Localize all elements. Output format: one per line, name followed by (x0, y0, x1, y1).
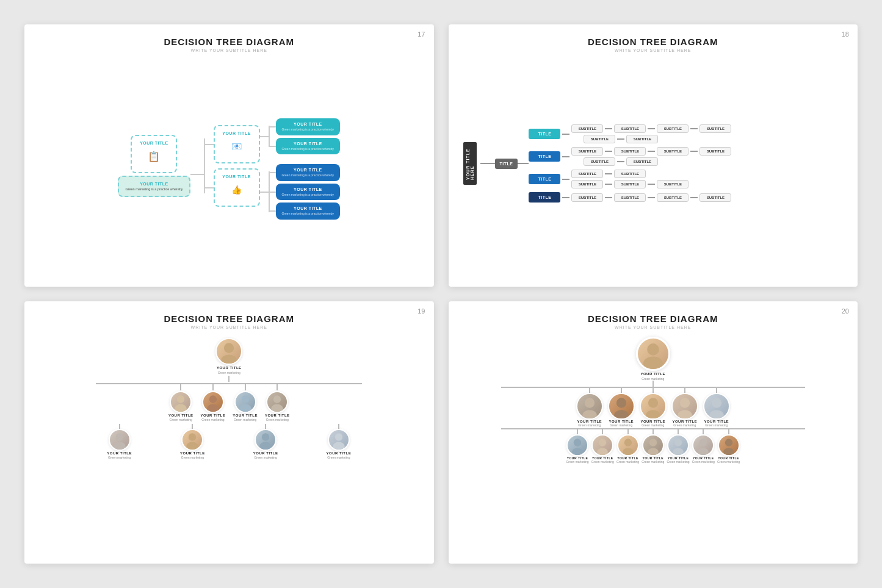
svg-point-19 (643, 356, 663, 369)
svg-point-25 (646, 410, 660, 418)
s1-l2-1: YOUR TITLE 📧 (214, 125, 260, 163)
s4-l2-4-avatar (671, 393, 698, 420)
s4-l3-4-avatar (642, 434, 664, 456)
s3-l2-4-sub: Green marketing (266, 418, 289, 421)
slide-4-number: 20 (842, 307, 849, 315)
svg-point-16 (335, 433, 342, 440)
svg-point-21 (582, 410, 597, 418)
svg-point-34 (624, 439, 631, 446)
slide-1-number: 17 (418, 30, 425, 38)
svg-point-3 (175, 404, 187, 412)
slide-2-number: 18 (842, 30, 849, 38)
svg-point-28 (712, 398, 721, 407)
s4-l2-5-avatar (703, 393, 730, 420)
svg-point-7 (239, 404, 251, 412)
slide-3: 19 DECISION TREE DIAGRAM WRITE YOUR SUBT… (24, 301, 434, 564)
svg-point-1 (222, 354, 237, 364)
svg-point-10 (115, 433, 123, 440)
s2-row-2: TITLE SUBTITLE SUBTITLE SUBTITLE SUBTITL… (529, 147, 843, 166)
svg-point-4 (209, 395, 217, 403)
s3-l3-3-avatar (255, 429, 277, 451)
s1-root-bottom-title: YOUR TITLE (125, 182, 183, 186)
s4-l2-3-avatar (640, 393, 667, 420)
svg-point-14 (262, 433, 269, 440)
svg-point-39 (673, 448, 684, 455)
slide-3-number: 19 (418, 307, 425, 315)
slide-1-title: DECISION TREE DIAGRAM (39, 37, 419, 47)
svg-point-38 (674, 439, 682, 446)
s3-root-person: YOUR TITLE Green marketing (215, 338, 242, 375)
slide-4-content: YOUR TITLE Green marketing YOUR TITLE Gr… (463, 335, 844, 545)
s3-root-sub: Green marketing (218, 371, 240, 375)
svg-point-6 (241, 395, 248, 403)
svg-point-35 (623, 448, 634, 455)
s3-l2-1-avatar (170, 391, 192, 413)
s4-l3-2-avatar (591, 434, 613, 456)
s4-level-3: YOUR TITLE Green marketing YOUR TITLE Gr… (566, 429, 740, 464)
s2-title-3: TITLE (529, 174, 560, 184)
s3-l2-1-name: YOUR TITLE (168, 414, 193, 417)
s4-l2-2-avatar (608, 393, 635, 420)
svg-point-43 (723, 448, 734, 455)
s3-root-avatar (215, 338, 242, 365)
s3-l3-2-avatar (181, 429, 203, 451)
svg-point-22 (616, 398, 626, 407)
slide-1: 17 DECISION TREE DIAGRAM WRITE YOUR SUBT… (24, 24, 434, 287)
svg-point-40 (699, 439, 707, 446)
s4-l3-6-avatar (692, 434, 714, 456)
s3-level-2: YOUR TITLE Green marketing YOUR TITLE Gr… (168, 384, 290, 421)
s3-l2-2-sub: Green marketing (201, 418, 224, 421)
svg-point-31 (572, 448, 583, 455)
svg-point-15 (259, 442, 272, 450)
s4-l3-7-avatar (718, 434, 740, 456)
s2-row-3: TITLE SUBTITLE SUBTITLE SUBTITLE SUBTITL… (529, 170, 843, 188)
s2-title-1: TITLE (529, 129, 560, 139)
s3-l3-1-avatar (109, 429, 131, 451)
s1-l2-2: YOUR TITLE 👍 (214, 168, 260, 207)
s1-root-top-title: YOUR TITLE (138, 141, 170, 145)
svg-point-23 (614, 410, 629, 418)
s2-vert-label: YOUR TITLE HERE (463, 142, 477, 185)
s1-root-top: YOUR TITLE 📋 (131, 135, 177, 173)
s1-root-bottom: YOUR TITLE Green marketing is a practice… (118, 176, 190, 197)
slide-1-content: YOUR TITLE 📋 YOUR TITLE Green marketing … (39, 59, 419, 268)
s3-root-name: YOUR TITLE (217, 366, 242, 370)
svg-point-41 (698, 448, 709, 455)
slide-3-title: DECISION TREE DIAGRAM (39, 314, 419, 324)
s3-l2-3-name: YOUR TITLE (233, 414, 258, 417)
svg-point-17 (333, 442, 345, 450)
s4-root-avatar (636, 337, 670, 371)
slide-4: 20 DECISION TREE DIAGRAM WRITE YOUR SUBT… (449, 301, 858, 564)
s2-title-4: TITLE (529, 192, 560, 203)
svg-point-24 (648, 398, 658, 407)
svg-point-20 (585, 398, 595, 407)
s1-l3-3: YOUR TITLE Green marketing is a practice… (276, 164, 341, 181)
s4-root-name: YOUR TITLE (640, 372, 665, 376)
svg-point-33 (597, 448, 608, 455)
s2-title-2: TITLE (529, 151, 560, 162)
svg-point-27 (678, 410, 692, 418)
s3-hbar-l2 (96, 383, 362, 384)
slide-1-subtitle: WRITE YOUR SUBTITLE HERE (39, 48, 419, 52)
s1-l3-5: YOUR TITLE Green marketing is a practice… (276, 203, 341, 220)
s2-row-4: TITLE SUBTITLE SUBTITLE SUBTITLE SUBTITL… (529, 192, 843, 203)
s3-l2-1-sub: Green marketing (170, 418, 192, 421)
svg-point-37 (648, 448, 659, 455)
s3-l2-4-name: YOUR TITLE (265, 414, 290, 417)
s3-l2-3-avatar (234, 391, 256, 413)
s4-level-2: YOUR TITLE Green marketing YOUR TITLE Gr… (576, 388, 730, 427)
s2-center-label: TITLE (495, 159, 518, 169)
s1-l3-2: YOUR TITLE Green marketing is a practice… (276, 138, 341, 155)
svg-point-8 (273, 395, 281, 403)
s4-l2-1-avatar (576, 393, 603, 420)
s3-level-3-connectors: YOUR TITLE Green marketing YOUR TITLE Gr… (87, 424, 372, 459)
svg-point-11 (114, 442, 126, 450)
slide-4-title: DECISION TREE DIAGRAM (463, 314, 844, 324)
svg-point-5 (207, 404, 219, 412)
s3-l3-4-avatar (328, 429, 350, 451)
s1-root-bottom-text: Green marketing is a practice whereby (125, 187, 183, 191)
s4-l3-3-avatar (617, 434, 639, 456)
s4-l3-1-avatar (566, 434, 588, 456)
svg-point-36 (649, 439, 657, 446)
s3-l2-2-avatar (202, 391, 224, 413)
